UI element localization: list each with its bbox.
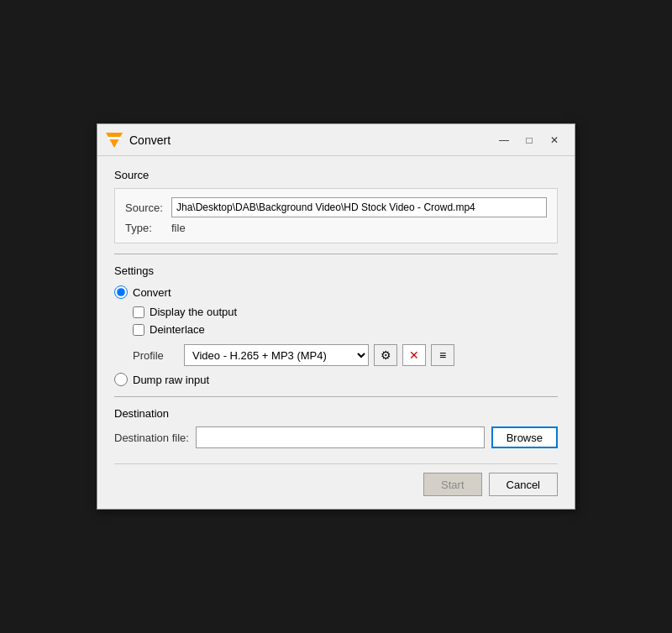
- deinterlace-checkbox[interactable]: [133, 324, 144, 336]
- convert-radio-label: Convert: [133, 286, 171, 299]
- dest-file-label: Destination file:: [114, 432, 189, 444]
- start-button[interactable]: Start: [423, 473, 481, 496]
- source-type-row: Type: file: [125, 222, 547, 234]
- dump-radio[interactable]: [114, 373, 128, 386]
- vlc-icon: [106, 132, 123, 149]
- source-label: Source:: [125, 201, 171, 214]
- title-left: Convert: [106, 132, 171, 149]
- profile-settings-button[interactable]: ⚙: [374, 344, 397, 366]
- profile-label: Profile: [133, 349, 179, 362]
- type-value: file: [171, 222, 186, 234]
- title-bar: Convert — □ ✕: [97, 124, 575, 156]
- destination-row: Destination file: Browse: [114, 426, 558, 448]
- source-input[interactable]: [171, 197, 547, 217]
- browse-button[interactable]: Browse: [491, 426, 558, 448]
- dump-radio-row: Dump raw input: [114, 373, 558, 386]
- cancel-button[interactable]: Cancel: [489, 473, 558, 496]
- settings-section-header: Settings: [114, 264, 558, 277]
- window-title: Convert: [129, 133, 171, 147]
- destination-section: Destination Destination file: Browse: [114, 407, 558, 448]
- source-path-row: Source:: [125, 197, 547, 217]
- close-button[interactable]: ✕: [543, 131, 566, 149]
- deinterlace-row: Deinterlace: [133, 323, 558, 336]
- window-content: Source Source: Type: file Settings Conve…: [97, 156, 575, 509]
- display-output-row: Display the output: [133, 306, 558, 318]
- profile-row: Profile Video - H.265 + MP3 (MP4) Video …: [133, 344, 558, 366]
- destination-input[interactable]: [196, 426, 485, 448]
- type-label: Type:: [125, 222, 171, 234]
- title-buttons: — □ ✕: [492, 131, 566, 149]
- display-output-checkbox[interactable]: [133, 306, 144, 318]
- maximize-button[interactable]: □: [517, 131, 541, 149]
- convert-radio-row: Convert: [114, 285, 558, 299]
- convert-radio[interactable]: [114, 285, 128, 299]
- profile-select[interactable]: Video - H.265 + MP3 (MP4) Video - H.264 …: [184, 344, 369, 366]
- destination-section-header: Destination: [114, 407, 558, 420]
- source-section-header: Source: [114, 169, 558, 181]
- profile-delete-button[interactable]: ✕: [402, 344, 426, 366]
- settings-section: Convert Display the output Deinterlace P…: [114, 285, 558, 386]
- convert-window: Convert — □ ✕ Source Source: Type: file …: [97, 123, 575, 510]
- minimize-button[interactable]: —: [492, 131, 516, 149]
- footer-row: Start Cancel: [114, 463, 558, 496]
- profile-list-button[interactable]: ≡: [431, 344, 454, 366]
- source-group: Source: Type: file: [114, 188, 558, 243]
- deinterlace-label: Deinterlace: [150, 323, 205, 336]
- display-output-label: Display the output: [150, 306, 237, 318]
- dump-radio-label: Dump raw input: [133, 374, 209, 386]
